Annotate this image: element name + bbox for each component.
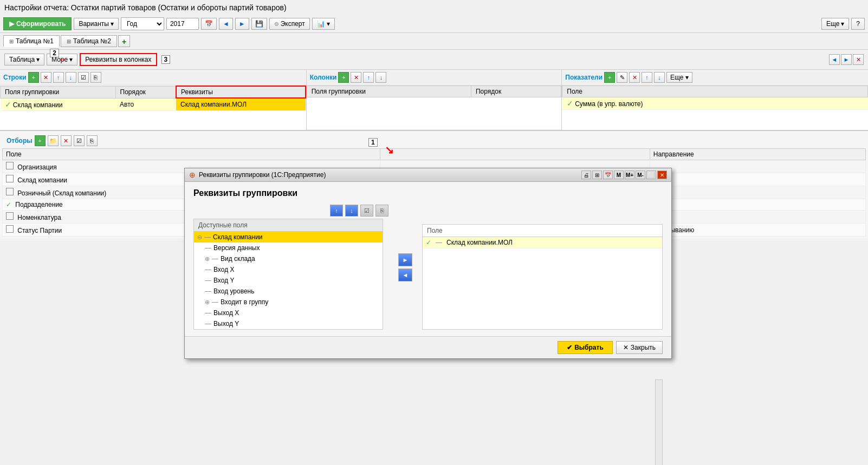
modal-body: Реквизиты группировки ↑ ↓ ☑ ⎘ Доступные … [185, 182, 671, 239]
modal-controls: 🖨 ⊞ 📅 M M+ M- ⬜ ✕ [581, 171, 667, 179]
selected-fields-list: ✓ — Склад компании.МОЛ [423, 237, 662, 239]
kolonki-del-btn[interactable]: ✕ [351, 72, 361, 83]
modal-calendar-btn[interactable]: 📅 [603, 171, 613, 179]
otbory-folder-btn[interactable]: 📁 [48, 135, 59, 146]
stroki-add-btn[interactable]: + [28, 72, 39, 83]
modal-restore-btn[interactable]: ⬜ [646, 171, 656, 179]
modal-app-icon: ⊕ [189, 171, 196, 179]
checkbox[interactable] [6, 212, 14, 220]
period-select[interactable]: Год Квартал Месяц [121, 17, 164, 30]
modal-left-toolbar: ↑ ↓ ☑ ⎘ [193, 205, 388, 217]
page-title: Настройки отчета: Остатки партий товаров… [0, 0, 868, 15]
kolonki-table: Поля группировки Порядок [307, 86, 562, 130]
right-close-btn[interactable]: ✕ [853, 54, 864, 65]
chevron-icon: ▾ [685, 74, 689, 81]
modal-down-btn[interactable]: ↓ [345, 205, 358, 217]
table-row[interactable]: ✓ Сумма (в упр. валюте) [562, 97, 868, 110]
stroki-col-rekvizity: Реквизиты [176, 86, 306, 98]
modal-m-btn[interactable]: M [614, 171, 624, 179]
nav-left-button[interactable]: ◄ [219, 18, 233, 30]
list-item[interactable]: ✓ — Склад компании.МОЛ [423, 237, 662, 239]
year-input[interactable] [166, 18, 199, 30]
rekvizity-v-kolonkah-button[interactable]: Реквизиты в колонках [81, 54, 156, 65]
chevron-down-icon5: ▾ [69, 56, 73, 63]
modal-table-btn[interactable]: ⊞ [592, 171, 602, 179]
save-button[interactable]: 💾 [251, 18, 267, 30]
columns-area: Строки + ✕ ↑ ↓ ☑ ⎘ Поля группировки Поря… [0, 70, 868, 130]
tabs-bar: ⊞ Таблица №1 ⊞ Таблица №2 + [0, 33, 868, 50]
kolonki-add-btn[interactable]: + [338, 72, 349, 83]
chevron-down-icon: ▾ [111, 20, 114, 28]
modal-up-btn[interactable]: ↑ [330, 205, 343, 217]
pokaz-col-field: Поле [562, 86, 868, 97]
rekvizity-highlight: Реквизиты в колонках [80, 53, 157, 66]
table-row[interactable]: ✓ Склад компании Авто Склад компании.МОЛ [1, 98, 306, 110]
help-button[interactable]: ? [851, 18, 865, 30]
item-label: Склад компании [213, 233, 263, 239]
stroki-col-grouping: Поля группировки [1, 86, 116, 98]
checkbox[interactable] [6, 175, 14, 182]
kolonki-up-btn[interactable]: ↑ [363, 72, 374, 83]
otbory-col-field: Поле [3, 149, 380, 160]
pokaz-edit-btn[interactable]: ✎ [617, 72, 627, 83]
collapse-icon: ⊖ [197, 234, 202, 239]
modal-titlebar: ⊕ Реквизиты группировки (1С:Предприятие)… [185, 168, 671, 182]
extra-button[interactable]: 📊 ▾ [312, 18, 335, 30]
nav-right-button[interactable]: ► [235, 18, 249, 30]
right-nav-btn2[interactable]: ► [841, 54, 852, 65]
pokaz-del-btn[interactable]: ✕ [629, 72, 640, 83]
stroki-del-btn[interactable]: ✕ [41, 72, 51, 83]
otbory-add-btn[interactable]: + [35, 135, 46, 146]
stroki-copy-btn[interactable]: ⎘ [90, 72, 101, 83]
pokaz-down-btn[interactable]: ↓ [654, 72, 665, 83]
tab-table1[interactable]: ⊞ Таблица №1 [3, 35, 60, 47]
stroki-down-btn[interactable]: ↓ [66, 72, 76, 83]
stroki-toolbar: Строки + ✕ ↑ ↓ ☑ ⎘ [0, 70, 306, 86]
tab-table2[interactable]: ⊞ Таблица №2 [61, 35, 117, 47]
otbory-copy-btn[interactable]: ⎘ [87, 135, 98, 146]
play-icon: ▶ [9, 20, 14, 28]
stroki-table: Поля группировки Порядок Реквизиты ✓ Скл… [0, 86, 306, 111]
stroki-check-btn[interactable]: ☑ [78, 72, 89, 83]
more-button[interactable]: Еще ▾ [821, 18, 849, 30]
pokaz-up-btn[interactable]: ↑ [642, 72, 652, 83]
stroki-cell-order: Авто [115, 98, 176, 110]
expert-button[interactable]: ⚙ Эксперт [269, 18, 310, 30]
modal-heading: Реквизиты группировки [193, 188, 663, 198]
top-toolbar: ▶ Сформировать Варианты ▾ Год Квартал Ме… [0, 15, 868, 33]
otbory-del-btn[interactable]: ✕ [61, 135, 72, 146]
generate-button[interactable]: ▶ Сформировать [3, 17, 72, 30]
variants-button[interactable]: Варианты ▾ [74, 18, 118, 30]
checkbox[interactable] [6, 188, 14, 195]
add-tab-button[interactable]: + [118, 35, 130, 47]
modal-copy-btn[interactable]: ⎘ [375, 205, 388, 217]
chevron-down-icon2: ▾ [327, 20, 330, 28]
modal-left-panel: ↑ ↓ ☑ ⎘ Доступные поля ⊖ — Склад компани… [193, 205, 388, 239]
table-dropdown-button[interactable]: Таблица ▾ [4, 54, 44, 66]
otbory-check-btn[interactable]: ☑ [74, 135, 85, 146]
kolonki-col-order: Порядок [471, 86, 561, 97]
stroki-up-btn[interactable]: ↑ [53, 72, 64, 83]
pokaz-add-btn[interactable]: + [604, 72, 615, 83]
kolonki-down-btn[interactable]: ↓ [375, 72, 386, 83]
modal-dialog: ⊕ Реквизиты группировки (1С:Предприятие)… [184, 168, 672, 239]
checkbox[interactable] [6, 162, 14, 169]
stroki-panel: Строки + ✕ ↑ ↓ ☑ ⎘ Поля группировки Поря… [0, 70, 307, 130]
annotation-3: 3 [161, 55, 171, 64]
calendar-button[interactable]: 📅 [201, 18, 217, 30]
modal-mplus-btn[interactable]: M+ [625, 171, 634, 179]
checkbox[interactable] [6, 225, 14, 233]
pokazateli-panel: Показатели + ✎ ✕ ↑ ↓ Еще ▾ Поле [562, 70, 868, 130]
right-nav-btn1[interactable]: ◄ [829, 54, 840, 65]
pokaz-more-btn[interactable]: Еще ▾ [666, 72, 692, 83]
modal-right-panel: Поле ✓ — Склад компании.МОЛ [422, 205, 663, 239]
available-fields-list[interactable]: ⊖ — Склад компании — Версия данных ⊕ — [194, 232, 383, 239]
modal-check-btn[interactable]: ☑ [360, 205, 373, 217]
modal-print-btn[interactable]: 🖨 [581, 171, 591, 179]
list-item[interactable]: ⊖ — Склад компании [194, 232, 383, 239]
modal-mminus-btn[interactable]: M- [636, 171, 645, 179]
modal-close-btn[interactable]: ✕ [657, 171, 667, 179]
modal-title-text: Реквизиты группировки (1С:Предприятие) [199, 171, 326, 179]
otbory-toolbar: Отборы + 📁 ✕ ☑ ⎘ [2, 133, 866, 148]
chevron-down-icon4: ▾ [36, 56, 40, 63]
